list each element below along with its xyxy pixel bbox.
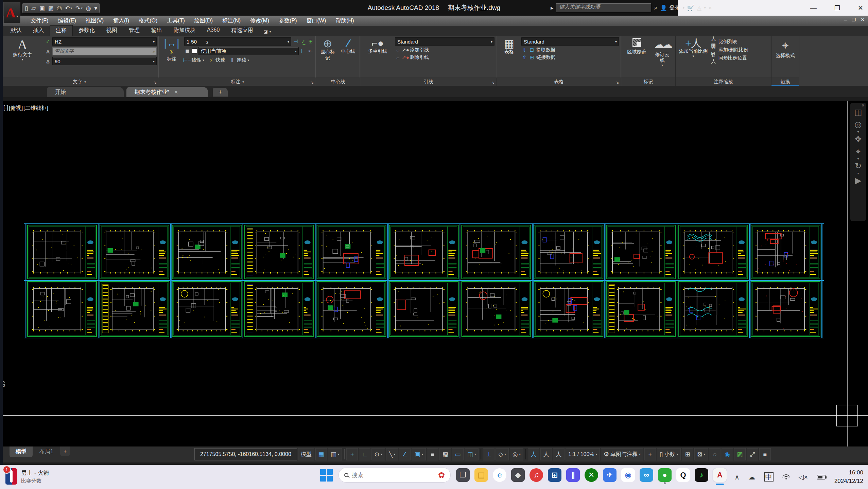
hardware-acceleration-button[interactable]: ◉ [722, 448, 733, 460]
menu-item-0[interactable]: 文件(F) [26, 16, 53, 26]
doc-close-button[interactable]: ✕ [861, 17, 865, 22]
new-drawing-tab-button[interactable]: + [213, 88, 228, 97]
menu-item-7[interactable]: 标注(N) [218, 16, 245, 26]
lineweight-toggle[interactable]: ≡ [427, 448, 438, 460]
grid-display-toggle[interactable]: ▦ [315, 448, 327, 460]
menu-item-4[interactable]: 格式(O) [134, 16, 162, 26]
ribbon-tab-6[interactable]: 输出 [145, 25, 168, 36]
link-data-button[interactable]: 链接数据 [536, 54, 555, 61]
save-as-button[interactable]: ▨ [48, 5, 54, 12]
app-soda-music[interactable]: ♪ [695, 468, 708, 482]
ribbon-tab-7[interactable]: 附加模块 [168, 25, 201, 36]
app-netease-music[interactable]: ♫ [530, 468, 543, 482]
centerline-panel-title[interactable]: 中心线 [316, 78, 360, 86]
app-epic-games[interactable]: ◆ [511, 468, 525, 482]
ortho-mode-toggle[interactable]: ∟ [359, 448, 370, 460]
viewcube-icon[interactable]: ◫ [854, 108, 862, 116]
steering-wheel-icon[interactable]: ◎ [855, 120, 862, 129]
save-button[interactable]: ▣ [39, 5, 45, 12]
signin-caret-icon[interactable]: ▾ [683, 6, 684, 10]
zoom-caret-icon[interactable]: ▾ [857, 157, 859, 161]
transparency-toggle[interactable]: ▩ [439, 448, 451, 460]
toolbar-overflow-icon[interactable]: » [709, 4, 712, 11]
ribbon-tab-4[interactable]: 视图 [101, 25, 123, 36]
dim-check1-icon[interactable]: ✓̲ [300, 38, 306, 45]
file-tab-close-icon[interactable]: ✕ [174, 89, 178, 95]
snap-mode-toggle[interactable]: ▥▾ [328, 448, 342, 460]
volume-muted-icon[interactable]: ◁× [799, 473, 808, 481]
start-button[interactable] [319, 468, 333, 482]
minimize-button[interactable]: — [810, 4, 817, 12]
linear-dim-button[interactable]: 线性 [192, 57, 201, 63]
maximize-button[interactable]: ❐ [834, 4, 840, 12]
continue-dim-button[interactable]: 连续 [237, 57, 246, 63]
menu-item-1[interactable]: 编辑(E) [53, 16, 81, 26]
menu-item-2[interactable]: 视图(V) [81, 16, 108, 26]
table-style-combo[interactable]: Standard▾ [521, 37, 619, 46]
plot-button[interactable]: ⎙ [57, 5, 62, 12]
app-app-jianying[interactable]: ∥ [566, 468, 580, 482]
close-button[interactable]: ✕ [858, 4, 863, 12]
menu-item-9[interactable]: 参数(P) [274, 16, 301, 26]
add-layout-button[interactable]: + [60, 446, 70, 456]
collect-leader-icon[interactable]: ⌔ [395, 47, 401, 53]
units-button[interactable]: ▯ 小数▾ [657, 448, 681, 460]
app-edge-browser[interactable]: ℮ [493, 468, 506, 482]
3d-object-snap-toggle[interactable]: ◫▾ [465, 448, 479, 460]
text-dialog-launcher-icon[interactable]: ↘ [154, 80, 157, 85]
isometric-drafting-toggle[interactable]: ╲▾ [386, 448, 398, 460]
dim-layer-combo[interactable]: 使用当前项▾ [198, 47, 299, 55]
text-align-icon[interactable]: A [45, 48, 51, 54]
dim-style-combo[interactable]: 1-50 s▾ [184, 37, 291, 46]
menu-item-6[interactable]: 绘图(D) [190, 16, 218, 26]
zoom-extents-icon[interactable]: ⌖ [856, 147, 861, 155]
dim-dialog-launcher-icon[interactable]: ↘ [311, 80, 314, 85]
doc-minimize-button[interactable]: – [844, 17, 847, 22]
ribbon-tab-5[interactable]: 管理 [123, 25, 145, 36]
menu-item-3[interactable]: 插入(I) [108, 16, 134, 26]
app-store-cart-icon[interactable]: 🛒 [687, 4, 694, 12]
text-style-combo[interactable]: HZ▾ [52, 37, 157, 46]
revcloud-button[interactable]: ☁☁ 修订云线▾ [653, 37, 672, 78]
center-mark-button[interactable]: ⊕ 圆心标记 [318, 37, 337, 78]
menu-item-10[interactable]: 窗口(W) [302, 16, 331, 26]
app-baidu-netdisk[interactable]: ◉ [621, 468, 635, 482]
help-search-input[interactable]: 键入关键字或短语 [556, 3, 651, 12]
wifi-icon[interactable] [782, 474, 790, 480]
scale-list-button[interactable]: 比例列表 [718, 39, 737, 45]
spell-check-icon[interactable]: ✓ [45, 38, 51, 45]
ui-lock-button[interactable]: ⊠▾ [694, 448, 708, 460]
sync-scale-button[interactable]: 同步比例位置 [718, 55, 747, 61]
binoculars-search-icon[interactable]: ⌕ [654, 4, 657, 11]
table-button[interactable]: ▦ 表格 [499, 37, 519, 78]
annotation-monitor-button[interactable]: + [644, 448, 656, 460]
multileader-button[interactable]: ⌐● 多重引线 [362, 37, 393, 78]
app-autocad[interactable]: A [713, 468, 727, 482]
redo-button[interactable]: ↷▾ [75, 5, 83, 12]
tray-chevron-icon[interactable]: ∧ [734, 473, 740, 481]
object-snap-toggle[interactable]: ▣▾ [412, 448, 426, 460]
showmotion-icon[interactable]: ▶ [855, 176, 861, 185]
sign-in-button[interactable]: 👤 登录 [660, 4, 680, 12]
clock[interactable]: 16:00 2024/12/12 [834, 469, 863, 485]
ribbon-minimize-button[interactable]: ◪ ▾ [263, 29, 271, 36]
navbar-close-icon[interactable]: ✕ [862, 103, 865, 108]
touch-panel-title[interactable]: 触摸 [771, 78, 799, 86]
autodesk-app-icon[interactable]: ◬ [697, 4, 701, 12]
polar-tracking-toggle[interactable]: ⊙▾ [371, 448, 385, 460]
layout1-tab[interactable]: 布局1 [33, 446, 59, 457]
quick-dim-button[interactable]: 快速 [216, 57, 225, 63]
dimension-panel-title[interactable]: 标注▾ ↘ [159, 78, 316, 86]
viewport-control-menu[interactable]: [-] [3, 105, 8, 112]
input-method-indicator[interactable]: 中 [764, 472, 774, 482]
leader-dialog-launcher-icon[interactable]: ↘ [491, 80, 494, 85]
ribbon-tab-2[interactable]: 注释 [50, 25, 73, 36]
autoscale-toggle[interactable]: 人 [540, 448, 552, 460]
app-wechat[interactable]: ● [658, 468, 672, 482]
menu-item-8[interactable]: 修改(M) [245, 16, 274, 26]
add-current-scale-button[interactable]: +人 添加当前比例▾ [678, 37, 709, 78]
text-height-combo[interactable]: 90▾ [52, 57, 157, 65]
filter-toggle[interactable]: ◇▾ [496, 448, 508, 460]
dim-check2-icon[interactable]: ⊞ [308, 38, 314, 45]
ribbon-tab-8[interactable]: A360 [201, 25, 225, 36]
